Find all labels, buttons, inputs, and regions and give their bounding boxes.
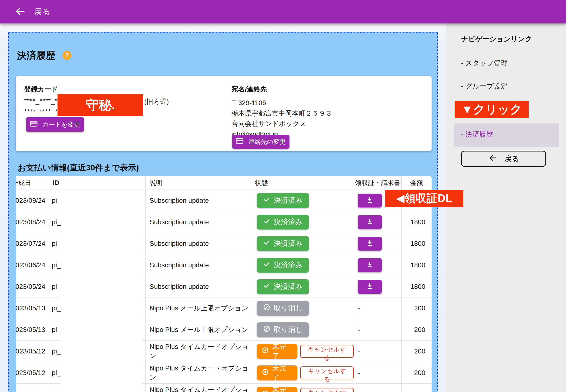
status-badge-canceled: 取り消し [257,322,309,337]
cell-status: 決済済み [251,254,354,276]
cell-receipt [354,254,401,276]
cancel-payment-button[interactable]: キャンセルする [300,366,354,379]
check-icon [263,282,270,291]
cell-created-date: 2023/05/13 [16,297,49,319]
cell-amount: 200 [401,319,432,340]
status-badge-paid: 決済済み [257,258,309,273]
status-badge-incomplete: 未完了 [257,365,297,380]
cell-description: Subscription update [146,276,251,297]
sidebar-heading: ナビゲーションリンク [461,34,532,44]
address-line: 栃木県宇都宮市中岡本町２５９３ [231,108,332,119]
block-icon [263,325,270,334]
cell-status: 取り消し [251,297,354,319]
download-icon [365,196,374,205]
check-icon [263,196,270,205]
receipt-download-button[interactable] [358,237,382,251]
cell-created-date: 2023/09/24 [16,190,49,211]
download-icon [365,217,374,227]
receipt-placeholder: - [358,391,360,392]
cell-created-date: 2023/06/24 [16,254,49,276]
cell-status: 未完了キャンセルする [251,341,354,362]
receipt-download-button[interactable] [358,258,382,272]
cell-receipt: - [354,319,401,340]
check-icon [263,239,270,248]
registered-card-title: 登録カード [24,85,58,94]
panel-title-row: 決済履歴 ? [17,49,71,62]
back-arrow-icon [488,154,498,164]
sidebar-back-label: 戻る [504,154,519,164]
page-title: 決済履歴 [17,49,55,62]
cell-description: Subscription update [146,190,251,211]
annotation-click-here: ▼クリック [455,101,529,118]
cell-receipt [354,276,401,297]
cell-amount: 200 [401,384,432,392]
cell-description: Nipo Plus タイムカードオプション [146,384,251,392]
sidebar-item[interactable]: - スタッフ管理 [461,58,507,68]
payments-heading: お支払い情報(直近30件まで表示) [18,162,139,173]
contact-block: 〒329-1105 栃木県宇都宮市中岡本町２５９３ 合同会社サンドボックス in… [231,98,332,139]
cell-created-date: 2023/05/13 [16,319,49,340]
cell-amount: 1800 [401,276,432,297]
cell-status: 決済済み [251,211,354,233]
check-icon [263,218,270,226]
cell-description: Nipo Plus メール上限オプション [146,297,251,319]
cell-amount: 1800 [401,254,432,276]
topbar-back-label[interactable]: 戻る [34,6,51,17]
cell-description: Nipo Plus タイムカードオプション [146,341,251,362]
sidebar-item[interactable]: - グループ設定 [461,82,507,91]
sidebar-item-label: - 決済履歴 [461,130,493,139]
cancel-payment-button[interactable]: キャンセルする [300,388,354,392]
cell-description: Subscription update [146,211,251,233]
payment-history-panel: 決済履歴 ? 登録カード ****_****_**** (旧方式) ****_*… [8,32,438,392]
cell-status: 取り消し [251,319,354,340]
payments-table: 作成日ID説明状態領収証・請求書金額 2023/09/24pi_Subscrip… [16,176,432,392]
status-badge-paid: 決済済み [257,236,309,251]
cell-status: 未完了キャンセルする [251,384,354,392]
sidebar-item-payment-history[interactable]: - 決済履歴 [454,124,559,147]
change-card-button[interactable]: カードを変更 [26,117,84,132]
back-arrow-icon[interactable] [14,6,26,17]
receipt-download-button[interactable] [358,280,382,294]
radio-checked-icon [262,390,269,392]
download-icon [365,282,374,291]
receipt-download-button[interactable] [358,194,382,208]
cell-description: Nipo Plus タイムカードオプション [146,362,251,383]
cell-status: 未完了キャンセルする [251,362,354,383]
cell-receipt: - [354,384,401,392]
receipt-download-button[interactable] [358,215,382,229]
company-name: 合同会社サンドボックス [231,118,332,129]
id-redaction-overlay [61,190,142,392]
status-badge-incomplete: 未完了 [257,344,297,359]
cell-created-date: 2023/07/24 [16,233,49,254]
receipt-placeholder: - [358,369,360,377]
cell-created-date: 2023/05/12 [16,384,49,392]
column-header: 金額 [401,176,432,190]
status-badge-canceled: 取り消し [257,301,309,316]
cell-amount: 200 [401,341,432,362]
cell-created-date: 2023/05/12 [16,341,49,362]
credit-card-icon [236,138,243,146]
cell-created-date: 2023/05/12 [16,362,49,383]
topbar-back-button[interactable]: 戻る [14,6,51,17]
column-header: 作成日 [16,176,49,190]
change-card-label: カードを変更 [43,120,80,129]
cell-status: 決済済み [251,233,354,254]
change-contact-label: 連絡先の変更 [248,138,286,146]
sidebar-back-button[interactable]: 戻る [461,151,546,167]
help-icon[interactable]: ? [62,51,71,60]
receipt-placeholder: - [358,326,360,334]
navigation-sidebar: ナビゲーションリンク - スタッフ管理- グループ設定- 決済履歴 戻る [446,23,566,392]
cell-amount: 200 [401,297,432,319]
cancel-payment-button[interactable]: キャンセルする [300,345,354,358]
column-header: 領収証・請求書 [354,176,401,190]
download-icon [365,260,374,270]
cell-receipt [354,233,401,254]
cell-amount: 1800 [401,233,432,254]
cell-receipt [354,211,401,233]
change-contact-button[interactable]: 連絡先の変更 [232,135,289,149]
annotation-receipt-download: ◀領収証DL [385,190,463,207]
cell-amount: 1800 [401,211,432,233]
cell-status: 決済済み [251,276,354,297]
top-app-bar: 戻る [0,0,566,23]
contact-title: 宛名/連絡先 [231,85,267,94]
